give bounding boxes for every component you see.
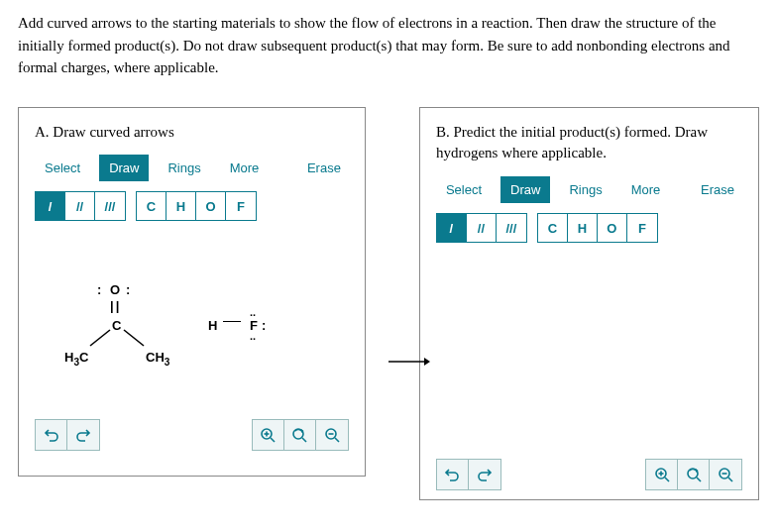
undo-icon[interactable] (36, 420, 67, 450)
atom-f[interactable]: F (226, 192, 256, 220)
zoom-reset-icon-b[interactable] (678, 460, 710, 489)
bond-tool-group-b: / // /// (436, 213, 527, 243)
hf-lonepair-top: .. (250, 306, 256, 318)
tab-draw-b[interactable]: Draw (500, 176, 550, 203)
panel-b-bottombar (436, 459, 742, 490)
bond-tool-group: / // /// (35, 191, 126, 221)
tab-rings-b[interactable]: Rings (559, 176, 611, 203)
atom-c[interactable]: C (137, 192, 166, 220)
svg-line-0 (90, 330, 110, 346)
panel-a-canvas[interactable]: : O : || C H3C CH3 H F .. : .. (35, 221, 349, 419)
panel-b: B. Predict the initial product(s) formed… (419, 107, 759, 500)
svg-line-7 (302, 438, 306, 442)
svg-line-17 (697, 478, 701, 481)
tab-select[interactable]: Select (35, 155, 90, 181)
redo-icon[interactable] (67, 420, 99, 450)
svg-line-3 (271, 438, 275, 442)
hf-h: H (208, 318, 217, 333)
panel-b-tools: / // /// C H O F (436, 213, 742, 243)
panel-a-tools: / // /// C H O F (35, 191, 349, 221)
zoom-out-icon[interactable] (316, 420, 348, 450)
atom-tool-group: C H O F (136, 191, 257, 221)
single-bond-tool-b[interactable]: / (437, 214, 467, 242)
double-bond-tool-b[interactable]: // (467, 214, 497, 242)
zoom-group-b (645, 459, 742, 490)
panel-b-toolbar: Select Draw Rings More Erase (436, 176, 742, 203)
zoom-reset-icon[interactable] (284, 420, 316, 450)
tab-more[interactable]: More (220, 155, 270, 181)
svg-marker-23 (424, 358, 430, 366)
hf-lonepair-right: : (262, 318, 266, 333)
atom-tool-group-b: C H O F (537, 213, 658, 243)
atom-h-b[interactable]: H (568, 214, 598, 242)
zoom-in-icon-b[interactable] (646, 460, 678, 489)
tab-select-b[interactable]: Select (436, 176, 492, 203)
tab-draw[interactable]: Draw (99, 155, 149, 181)
double-bond-tool[interactable]: // (65, 192, 95, 220)
atom-o-b[interactable]: O (598, 214, 627, 242)
erase-button-b[interactable]: Erase (693, 176, 742, 203)
erase-button[interactable]: Erase (299, 155, 349, 181)
svg-line-20 (728, 478, 732, 481)
panel-a: A. Draw curved arrows Select Draw Rings … (18, 107, 366, 477)
tab-rings[interactable]: Rings (158, 155, 210, 181)
single-bond-tool[interactable]: / (36, 192, 65, 220)
left-ch3: H3C (64, 350, 88, 368)
right-ch3: CH3 (146, 350, 169, 368)
atom-f-b[interactable]: F (627, 214, 657, 242)
panel-a-title: A. Draw curved arrows (35, 122, 349, 144)
atom-h[interactable]: H (166, 192, 196, 220)
undo-icon-b[interactable] (437, 460, 469, 489)
zoom-group (252, 419, 349, 451)
o-lonepair-left: : (97, 282, 101, 297)
o-lonepair-right: : (126, 282, 130, 297)
panel-b-canvas[interactable] (436, 243, 742, 459)
atom-c-b[interactable]: C (538, 214, 568, 242)
hf-bond (223, 321, 241, 323)
undo-redo-group (35, 419, 100, 451)
svg-line-1 (124, 330, 144, 346)
svg-line-13 (665, 478, 669, 481)
redo-icon-b[interactable] (469, 460, 500, 489)
panel-a-bottombar (35, 419, 349, 451)
o-atom: O (110, 282, 120, 297)
reaction-arrow (388, 349, 430, 374)
triple-bond-tool-b[interactable]: /// (497, 214, 526, 242)
panel-b-title: B. Predict the initial product(s) formed… (436, 122, 742, 165)
zoom-out-icon-b[interactable] (710, 460, 741, 489)
tab-more-b[interactable]: More (621, 176, 671, 203)
hf-lonepair-bottom: .. (250, 330, 256, 342)
undo-redo-group-b (436, 459, 501, 490)
svg-line-10 (335, 438, 339, 442)
instructions-text: Add curved arrows to the starting materi… (18, 12, 759, 79)
c-o-double-bond: || (110, 298, 121, 313)
zoom-in-icon[interactable] (253, 420, 284, 450)
triple-bond-tool[interactable]: /// (95, 192, 125, 220)
panel-a-toolbar: Select Draw Rings More Erase (35, 155, 349, 181)
atom-o[interactable]: O (196, 192, 226, 220)
